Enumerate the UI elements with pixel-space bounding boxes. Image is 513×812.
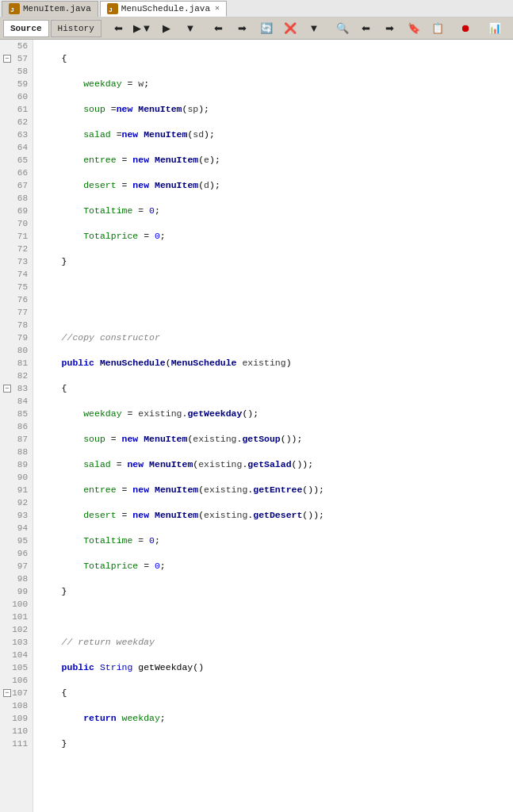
forward-dropdown-button[interactable]: ▶▼ xyxy=(132,20,154,37)
next-button[interactable]: ➡ xyxy=(232,20,254,37)
code-line xyxy=(40,547,513,560)
code-line xyxy=(40,90,513,103)
svg-text:J: J xyxy=(109,6,113,13)
toolbar: Source History ⬅ ▶▼ ▶ ▼ ⬅ ➡ 🔄 ❌ ▼ 🔍 ⬅ ➡ … xyxy=(0,17,513,40)
code-line xyxy=(40,674,513,687)
tab-menuschedule[interactable]: J MenuSchedule.java ✕ xyxy=(100,1,227,17)
chart-button[interactable]: 📊 xyxy=(484,20,506,37)
line-number: 81 xyxy=(0,357,33,370)
code-line xyxy=(40,573,513,585)
line-number: −57 xyxy=(0,52,33,65)
fold-marker[interactable]: − xyxy=(3,385,11,393)
code-line xyxy=(40,420,513,433)
code-line xyxy=(40,611,513,623)
line-number: 97 xyxy=(0,560,33,573)
line-number: 78 xyxy=(0,319,33,331)
code-line: } xyxy=(40,585,513,598)
code-line xyxy=(40,116,513,128)
code-line: soup = new MenuItem(existing.getSoup()); xyxy=(40,433,513,446)
code-line xyxy=(40,623,513,636)
close-icon[interactable]: ✕ xyxy=(215,5,220,13)
line-number: 102 xyxy=(0,623,33,636)
nav-dropdown-5[interactable]: ▼ xyxy=(303,20,325,37)
code-line: weekday = w; xyxy=(40,78,513,90)
code-line: } xyxy=(40,255,513,268)
line-number: 58 xyxy=(0,65,33,78)
search-next-button[interactable]: ➡ xyxy=(379,20,401,37)
line-number: 75 xyxy=(0,281,33,293)
code-line xyxy=(40,471,513,484)
back-button[interactable]: ⬅ xyxy=(108,20,130,37)
code-line xyxy=(40,344,513,357)
refresh-button[interactable]: 🔄 xyxy=(255,20,278,37)
code-line xyxy=(40,243,513,255)
line-number: 110 xyxy=(0,725,33,737)
line-number: 92 xyxy=(0,496,33,509)
line-number: 98 xyxy=(0,573,33,585)
code-line: salad =new MenuItem(sd); xyxy=(40,128,513,141)
line-numbers-panel: 56−5758596061626364656667686970717273747… xyxy=(0,40,33,812)
stop-button[interactable]: ❌ xyxy=(279,20,301,37)
line-number: 71 xyxy=(0,230,33,243)
line-number: 100 xyxy=(0,598,33,611)
line-number: 109 xyxy=(0,712,33,725)
line-number: 91 xyxy=(0,484,33,496)
clipboard-button[interactable]: 📋 xyxy=(427,20,449,37)
svg-text:J: J xyxy=(10,6,14,13)
nav-icon-4: ▼ xyxy=(185,22,195,34)
code-line: Totaltime = 0; xyxy=(40,534,513,547)
line-number: 73 xyxy=(0,255,33,268)
fold-marker[interactable]: − xyxy=(3,689,11,697)
line-number: 65 xyxy=(0,154,33,167)
nav-button-3[interactable]: ▶ xyxy=(155,20,178,37)
line-number: 70 xyxy=(0,217,33,230)
code-line: { xyxy=(40,687,513,699)
search-button[interactable]: 🔍 xyxy=(331,20,354,37)
run-button[interactable]: ⏺ xyxy=(455,20,477,37)
history-tab[interactable]: History xyxy=(51,20,101,37)
nav-dropdown-4[interactable]: ▼ xyxy=(179,20,201,37)
line-number: 87 xyxy=(0,433,33,446)
prev-button[interactable]: ⬅ xyxy=(208,20,230,37)
search-prev-button[interactable]: ⬅ xyxy=(355,20,377,37)
source-tab-label: Source xyxy=(10,24,42,33)
tab-menuitem[interactable]: J MenuItem.java xyxy=(2,1,98,17)
tab-bar: J MenuItem.java J MenuSchedule.java ✕ xyxy=(0,0,513,17)
search-prev-icon: ⬅ xyxy=(362,22,370,34)
prev-icon: ⬅ xyxy=(214,22,223,34)
code-line: soup =new MenuItem(sp); xyxy=(40,103,513,116)
code-line xyxy=(40,649,513,661)
line-number: 66 xyxy=(0,167,33,179)
history-tab-label: History xyxy=(58,24,94,33)
refresh-icon: 🔄 xyxy=(260,22,273,34)
code-line: public MenuSchedule(MenuSchedule existin… xyxy=(40,357,513,370)
java-icon-menuschedule: J xyxy=(107,3,118,14)
forward-icon: ▶▼ xyxy=(133,22,151,34)
code-line: desert = new MenuItem(d); xyxy=(40,179,513,192)
tab-menuschedule-label: MenuSchedule.java xyxy=(121,4,210,13)
editor-container: 56−5758596061626364656667686970717273747… xyxy=(0,40,513,812)
line-number: 76 xyxy=(0,293,33,306)
code-line: { xyxy=(40,382,513,395)
chart-icon: 📊 xyxy=(488,22,501,34)
stop-icon: ❌ xyxy=(284,22,297,34)
line-number: 61 xyxy=(0,103,33,116)
code-line xyxy=(40,281,513,293)
bookmark-button[interactable]: 🔖 xyxy=(403,20,425,37)
line-number: 85 xyxy=(0,408,33,420)
code-line xyxy=(40,725,513,737)
code-line: // return weekday xyxy=(40,636,513,649)
source-tab[interactable]: Source xyxy=(3,20,49,37)
code-line: desert = new MenuItem(existing.getDesert… xyxy=(40,509,513,522)
fold-marker[interactable]: − xyxy=(3,55,11,63)
code-line xyxy=(40,293,513,306)
back-icon: ⬅ xyxy=(114,22,123,34)
line-number: 101 xyxy=(0,611,33,623)
code-content[interactable]: { weekday = w; soup =new MenuItem(sp); s… xyxy=(33,40,513,812)
line-number: 62 xyxy=(0,116,33,128)
line-number: 56 xyxy=(0,40,33,52)
search-icon: 🔍 xyxy=(336,22,349,34)
line-number: 99 xyxy=(0,585,33,598)
line-number: 94 xyxy=(0,522,33,534)
stats-button[interactable]: 📈 xyxy=(507,20,513,37)
